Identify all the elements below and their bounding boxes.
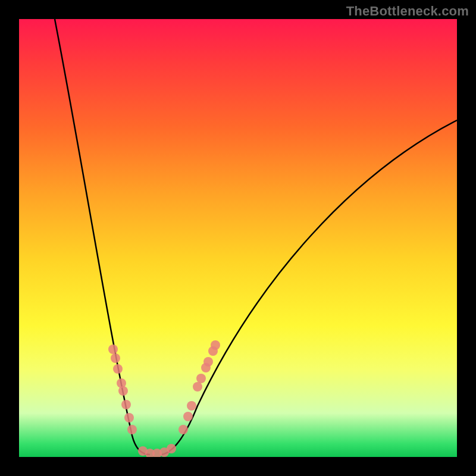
data-dot	[111, 353, 120, 363]
data-dot	[178, 425, 188, 434]
left-curve	[55, 19, 150, 455]
data-dot	[121, 400, 131, 409]
data-dot	[193, 382, 202, 392]
right-curve	[162, 120, 457, 455]
data-dot	[167, 444, 176, 453]
chart-frame: TheBottleneck.com	[0, 0, 476, 476]
data-dot	[118, 386, 128, 396]
dots-bottom-group	[138, 444, 176, 457]
watermark-text: TheBottleneck.com	[346, 4, 469, 19]
data-dot	[124, 413, 134, 422]
dots-right-group	[178, 340, 220, 434]
data-dot	[187, 401, 196, 411]
data-dot	[113, 364, 123, 374]
data-dot	[196, 374, 206, 383]
plot-area	[19, 19, 457, 457]
data-dot	[201, 363, 211, 372]
data-dot	[183, 412, 193, 421]
data-dot	[127, 425, 137, 434]
data-dot	[208, 346, 218, 356]
chart-svg	[19, 19, 457, 457]
dots-left-group	[108, 345, 137, 434]
data-dot	[108, 345, 118, 354]
